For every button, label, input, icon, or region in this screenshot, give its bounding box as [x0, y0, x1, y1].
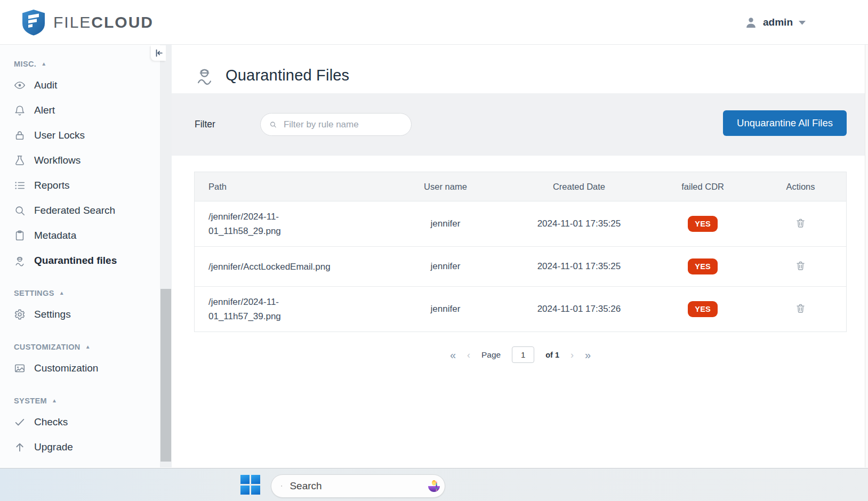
sidebar-item-quarantined-files[interactable]: Quarantined files — [0, 248, 160, 273]
sidebar-scrollbar-thumb[interactable] — [160, 289, 171, 462]
prev-page-button[interactable]: ‹ — [467, 350, 470, 360]
column-header-path: Path — [195, 182, 383, 192]
arrow-up-icon — [14, 441, 26, 453]
sidebar-section-header-settings[interactable]: SETTINGS▲ — [14, 289, 160, 297]
page-label: Page — [481, 350, 501, 360]
search-icon — [14, 205, 26, 216]
sidebar-item-label: Reports — [34, 180, 70, 191]
windows-taskbar: N T — [0, 468, 868, 501]
created-date: 2024-11-01 17:35:26 — [508, 304, 651, 314]
table-body: /jennifer/2024-11-01_11h58_29.pngjennife… — [195, 201, 846, 332]
sidebar-item-user-locks[interactable]: User Locks — [0, 123, 160, 148]
page-count-label: of 1 — [545, 351, 559, 359]
file-path: /jennifer/2024-11-01_11h58_29.png — [208, 209, 346, 238]
sidebar-section-header-system[interactable]: SYSTEM▲ — [14, 397, 160, 405]
created-date: 2024-11-01 17:35:25 — [508, 219, 651, 229]
taskbar-search-input[interactable] — [288, 480, 421, 492]
table-row: /jennifer/AcctLockedEmail.pngjennifer202… — [195, 246, 846, 286]
last-page-button[interactable]: » — [585, 350, 591, 360]
quarantine-icon — [14, 255, 26, 266]
sidebar-collapse-button[interactable] — [151, 45, 166, 61]
username-label: admin — [763, 17, 793, 28]
filter-bar: Filter Unquarantine All Files — [172, 93, 868, 156]
sidebar-item-metadata[interactable]: Metadata — [0, 223, 160, 248]
sidebar-item-label: Customization — [34, 362, 98, 374]
user-menu[interactable]: admin — [744, 0, 806, 45]
first-page-button[interactable]: « — [450, 350, 456, 360]
chevron-down-icon — [798, 20, 806, 25]
sidebar-item-label: Workflows — [34, 155, 81, 166]
pagination: « ‹ Page of 1 › » — [194, 346, 847, 363]
filter-input-wrapper — [260, 113, 412, 136]
delete-file-button[interactable] — [794, 216, 807, 230]
windows-start-button[interactable] — [240, 475, 260, 495]
sidebar-item-label: Alert — [34, 104, 55, 116]
column-header-actions: Actions — [755, 182, 846, 192]
diya-lamp-icon — [428, 480, 429, 492]
caret-up-icon: ▲ — [85, 344, 91, 350]
sidebar-item-label: Audit — [34, 79, 57, 91]
file-path: /jennifer/2024-11-01_11h57_39.png — [208, 295, 346, 324]
sidebar-item-reports[interactable]: Reports — [0, 173, 160, 198]
eye-icon — [14, 79, 26, 91]
next-page-button[interactable]: › — [570, 350, 574, 360]
sidebar-item-federated-search[interactable]: Federated Search — [0, 198, 160, 223]
lock-icon — [14, 130, 26, 141]
sidebar-item-label: Federated Search — [34, 205, 115, 216]
sidebar-item-label: User Locks — [34, 130, 85, 141]
unquarantine-all-button[interactable]: Unquarantine All Files — [723, 110, 847, 136]
page-title-row: Quarantined Files — [195, 56, 349, 95]
failed-cdr-badge: YES — [688, 216, 718, 232]
sidebar: MISC.▲AuditAlertUser LocksWorkflowsRepor… — [0, 45, 160, 467]
list-icon — [14, 180, 26, 191]
filecloud-shield-icon — [21, 9, 46, 36]
brand-text: FILECLOUD — [53, 13, 154, 31]
bell-icon — [14, 104, 26, 116]
section-label: SYSTEM — [14, 397, 47, 405]
windows-logo-icon — [240, 475, 250, 484]
sidebar-item-audit[interactable]: Audit — [0, 72, 160, 98]
page-number-input[interactable] — [512, 346, 534, 363]
column-header-user-name: User name — [383, 182, 507, 192]
filter-input[interactable] — [283, 119, 403, 131]
failed-cdr-badge: YES — [688, 301, 718, 317]
filecloud-logo[interactable]: FILECLOUD — [21, 9, 154, 36]
sidebar-item-label: Quarantined files — [34, 255, 117, 266]
sidebar-item-label: Metadata — [34, 230, 76, 241]
collapse-left-icon — [154, 48, 164, 58]
created-date: 2024-11-01 17:35:25 — [508, 261, 651, 272]
caret-up-icon: ▲ — [59, 290, 65, 296]
page-title: Quarantined Files — [226, 67, 349, 84]
caret-up-icon: ▲ — [52, 398, 57, 403]
sidebar-item-workflows[interactable]: Workflows — [0, 148, 160, 173]
failed-cdr-badge: YES — [688, 258, 718, 274]
sidebar-item-checks[interactable]: Checks — [0, 409, 160, 434]
clipboard-icon — [14, 230, 26, 241]
section-label: MISC. — [14, 60, 36, 68]
caret-up-icon: ▲ — [41, 61, 46, 67]
search-icon — [281, 481, 282, 491]
sidebar-item-label: Checks — [34, 416, 68, 428]
sidebar-item-settings[interactable]: Settings — [0, 302, 160, 327]
quarantine-icon — [195, 66, 214, 85]
column-header-failed-cdr: failed CDR — [650, 182, 755, 192]
sidebar-item-alert[interactable]: Alert — [0, 98, 160, 123]
user-name: jennifer — [383, 219, 507, 229]
delete-file-button[interactable] — [794, 302, 807, 315]
sidebar-item-customization[interactable]: Customization — [0, 355, 160, 381]
taskbar-search[interactable] — [271, 474, 445, 498]
sidebar-scrollbar-track[interactable] — [160, 45, 172, 467]
main-content: Quarantined Files Filter Unquarantine Al… — [172, 45, 868, 467]
check-icon — [14, 416, 26, 428]
browser-scrollbar-edge[interactable] — [865, 45, 868, 467]
table-row: /jennifer/2024-11-01_11h58_29.pngjennife… — [195, 201, 846, 246]
gear-icon — [14, 309, 26, 320]
sidebar-section-header-customization[interactable]: CUSTOMIZATION▲ — [14, 343, 160, 351]
flask-icon — [14, 155, 26, 166]
delete-file-button[interactable] — [794, 259, 807, 272]
sidebar-section-header-misc[interactable]: MISC.▲ — [14, 60, 160, 68]
sidebar-item-label: Settings — [34, 309, 71, 320]
sidebar-item-upgrade[interactable]: Upgrade — [0, 434, 160, 459]
file-path: /jennifer/AcctLockedEmail.png — [208, 260, 331, 274]
filter-label: Filter — [195, 119, 215, 130]
